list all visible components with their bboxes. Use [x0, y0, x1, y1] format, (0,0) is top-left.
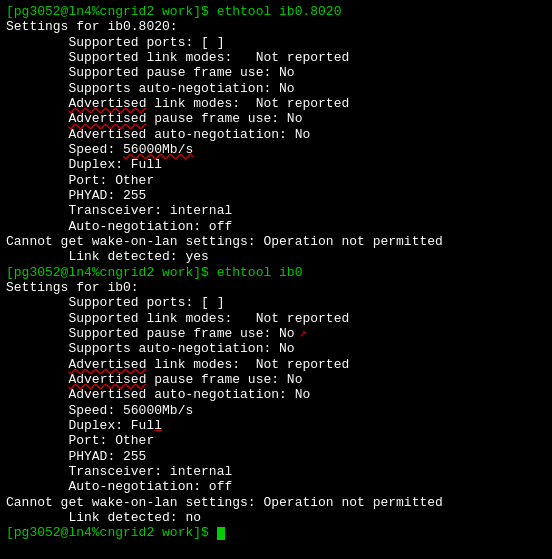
terminal-line: Supported link modes: Not reported: [6, 311, 546, 326]
terminal-line: Transceiver: internal: [6, 203, 546, 218]
terminal-line: Speed: 56000Mb/s: [6, 403, 546, 418]
terminal-line: Link detected: no: [6, 510, 546, 525]
terminal-line: Supports auto-negotiation: No: [6, 81, 546, 96]
terminal-line: Link detected: yes: [6, 249, 546, 264]
terminal-line: [pg3052@ln4%cngrid2 work]$ ethtool ib0.8…: [6, 4, 546, 19]
terminal-line: PHYAD: 255: [6, 188, 546, 203]
terminal-line: Speed: 56000Mb/s: [6, 142, 546, 157]
terminal-line: Supported pause frame use: No↗: [6, 326, 546, 341]
terminal-line: Auto-negotiation: off: [6, 219, 546, 234]
terminal-line: Advertised link modes: Not reported: [6, 357, 546, 372]
terminal-line: [pg3052@ln4%cngrid2 work]$ ethtool ib0: [6, 265, 546, 280]
terminal-line: Port: Other: [6, 173, 546, 188]
terminal-line: Cannot get wake-on-lan settings: Operati…: [6, 495, 546, 510]
terminal-line: Advertised link modes: Not reported: [6, 96, 546, 111]
terminal-line: Settings for ib0.8020:: [6, 19, 546, 34]
terminal-line: Transceiver: internal: [6, 464, 546, 479]
terminal-line: Supported ports: [ ]: [6, 295, 546, 310]
terminal-line: Cannot get wake-on-lan settings: Operati…: [6, 234, 546, 249]
terminal-line: Advertised auto-negotiation: No: [6, 127, 546, 142]
terminal-line: Auto-negotiation: off: [6, 479, 546, 494]
terminal-line: Advertised pause frame use: No: [6, 111, 546, 126]
terminal-cursor: [217, 527, 225, 540]
terminal-line: PHYAD: 255: [6, 449, 546, 464]
terminal-line: Supported pause frame use: No: [6, 65, 546, 80]
terminal-window: [pg3052@ln4%cngrid2 work]$ ethtool ib0.8…: [0, 0, 552, 559]
terminal-line: Duplex: Full: [6, 418, 546, 433]
terminal-line: Settings for ib0:: [6, 280, 546, 295]
terminal-line: Supported link modes: Not reported: [6, 50, 546, 65]
terminal-line: Duplex: Full: [6, 157, 546, 172]
terminal-line: Supported ports: [ ]: [6, 35, 546, 50]
terminal-line: Advertised auto-negotiation: No: [6, 387, 546, 402]
terminal-prompt[interactable]: [pg3052@ln4%cngrid2 work]$: [6, 525, 546, 540]
terminal-line: Port: Other: [6, 433, 546, 448]
terminal-line: Supports auto-negotiation: No: [6, 341, 546, 356]
terminal-line: Advertised pause frame use: No: [6, 372, 546, 387]
